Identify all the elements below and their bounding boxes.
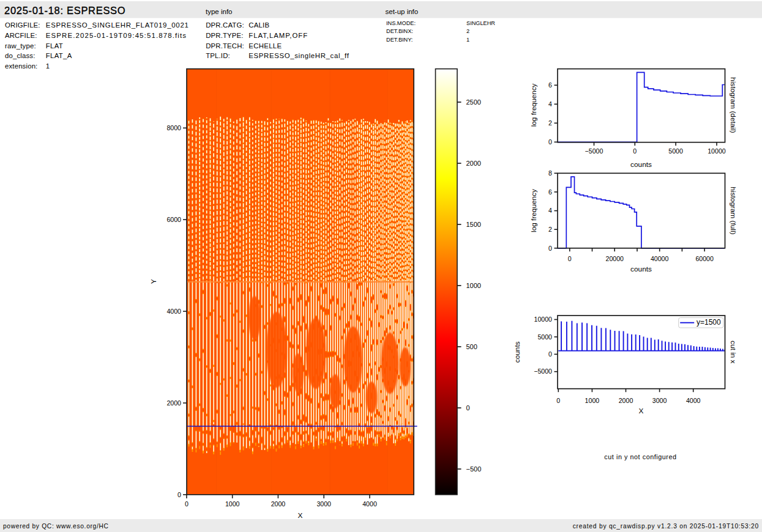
svg-text:X: X <box>298 511 303 520</box>
svg-text:0: 0 <box>185 500 189 508</box>
svg-text:0: 0 <box>548 350 552 358</box>
svg-text:1000: 1000 <box>585 397 600 404</box>
svg-text:CALIB: CALIB <box>248 21 269 29</box>
svg-text:4: 4 <box>548 100 552 108</box>
svg-text:created by qc_rawdisp.py v1.2.: created by qc_rawdisp.py v1.2.3 on 2025-… <box>573 523 759 530</box>
svg-text:cut in y not configured: cut in y not configured <box>604 453 676 460</box>
svg-text:cut in x: cut in x <box>729 341 738 363</box>
svg-text:60000: 60000 <box>695 255 714 262</box>
svg-text:6: 6 <box>548 81 552 89</box>
svg-text:4000: 4000 <box>166 308 181 315</box>
svg-text:2: 2 <box>466 28 469 34</box>
svg-text:1000: 1000 <box>225 500 240 508</box>
svg-text:2500: 2500 <box>466 98 481 106</box>
svg-text:3000: 3000 <box>652 397 667 404</box>
svg-text:type info: type info <box>206 8 232 15</box>
svg-text:FLAT,LAMP,OFF: FLAT,LAMP,OFF <box>248 32 308 39</box>
svg-text:ORIGFILE:: ORIGFILE: <box>5 21 40 29</box>
svg-text:0: 0 <box>548 245 552 252</box>
svg-text:powered by QC: www.eso.org/HC: powered by QC: www.eso.org/HC <box>3 523 109 530</box>
svg-text:2000: 2000 <box>166 399 181 407</box>
svg-text:ECHELLE: ECHELLE <box>248 42 282 50</box>
svg-text:counts: counts <box>630 265 652 273</box>
svg-text:counts: counts <box>630 160 652 169</box>
svg-text:0: 0 <box>568 255 572 262</box>
svg-text:DET.BINX:: DET.BINX: <box>386 28 413 34</box>
svg-text:5000: 5000 <box>668 147 683 155</box>
svg-text:10000: 10000 <box>534 316 553 323</box>
svg-text:ESPRESSO_SINGLEHR_FLAT019_0021: ESPRESSO_SINGLEHR_FLAT019_0021 <box>46 21 189 29</box>
svg-text:DET.BINY:: DET.BINY: <box>386 37 413 43</box>
svg-text:6: 6 <box>548 188 552 196</box>
svg-text:log frequency: log frequency <box>529 83 538 127</box>
svg-text:1: 1 <box>46 62 50 70</box>
svg-text:DPR.CATG:: DPR.CATG: <box>206 21 244 29</box>
svg-text:4000: 4000 <box>362 500 377 508</box>
svg-text:1500: 1500 <box>466 221 481 228</box>
svg-text:2000: 2000 <box>271 500 286 508</box>
svg-text:0: 0 <box>548 138 552 146</box>
svg-text:4000: 4000 <box>686 397 701 404</box>
svg-text:FLAT: FLAT <box>46 42 63 50</box>
svg-text:2025-01-18: ESPRESSO: 2025-01-18: ESPRESSO <box>4 5 125 16</box>
svg-text:set-up info: set-up info <box>386 8 419 15</box>
svg-text:FLAT_A: FLAT_A <box>46 52 72 59</box>
svg-text:2: 2 <box>548 119 552 127</box>
svg-text:ESPRE.2025-01-19T09:45:51.878.: ESPRE.2025-01-19T09:45:51.878.fits <box>46 32 187 39</box>
svg-text:−500: −500 <box>466 465 482 473</box>
svg-text:−5000: −5000 <box>585 147 603 155</box>
svg-text:3000: 3000 <box>316 500 331 508</box>
svg-text:SINGLEHR: SINGLEHR <box>466 20 495 26</box>
svg-text:histogram (detail): histogram (detail) <box>729 77 738 133</box>
svg-text:y=1500: y=1500 <box>697 318 721 327</box>
svg-text:0: 0 <box>633 147 637 155</box>
svg-text:10000: 10000 <box>708 147 726 155</box>
svg-text:2000: 2000 <box>619 397 633 404</box>
svg-text:histogram (full): histogram (full) <box>729 187 738 234</box>
svg-text:2: 2 <box>548 226 552 233</box>
svg-text:40000: 40000 <box>651 255 669 262</box>
svg-text:6000: 6000 <box>166 216 181 223</box>
svg-text:5000: 5000 <box>537 333 552 341</box>
svg-text:raw_type:: raw_type: <box>5 42 36 50</box>
svg-text:1000: 1000 <box>466 282 481 289</box>
svg-text:log frequency: log frequency <box>529 189 538 232</box>
svg-text:2000: 2000 <box>466 160 481 167</box>
svg-text:TPL.ID:: TPL.ID: <box>206 52 230 59</box>
svg-text:0: 0 <box>556 397 560 404</box>
svg-text:1: 1 <box>466 37 469 43</box>
svg-text:ESPRESSO_singleHR_cal_ff: ESPRESSO_singleHR_cal_ff <box>248 52 349 59</box>
svg-text:500: 500 <box>466 343 477 350</box>
svg-text:do_class:: do_class: <box>5 52 35 59</box>
svg-text:8: 8 <box>548 169 552 177</box>
svg-text:0: 0 <box>466 404 470 412</box>
svg-text:counts: counts <box>514 341 522 363</box>
svg-text:extension:: extension: <box>5 62 37 70</box>
svg-text:20000: 20000 <box>606 255 624 262</box>
svg-text:Y: Y <box>149 279 158 284</box>
svg-text:8000: 8000 <box>166 124 181 131</box>
svg-text:INS.MODE:: INS.MODE: <box>386 20 416 26</box>
svg-text:X: X <box>639 407 644 415</box>
svg-text:DPR.TECH:: DPR.TECH: <box>206 42 244 50</box>
svg-text:ARCFILE:: ARCFILE: <box>5 32 37 39</box>
svg-text:0: 0 <box>177 491 181 498</box>
svg-text:−5000: −5000 <box>534 368 552 375</box>
svg-text:DPR.TYPE:: DPR.TYPE: <box>206 32 243 39</box>
svg-text:4: 4 <box>548 207 552 214</box>
